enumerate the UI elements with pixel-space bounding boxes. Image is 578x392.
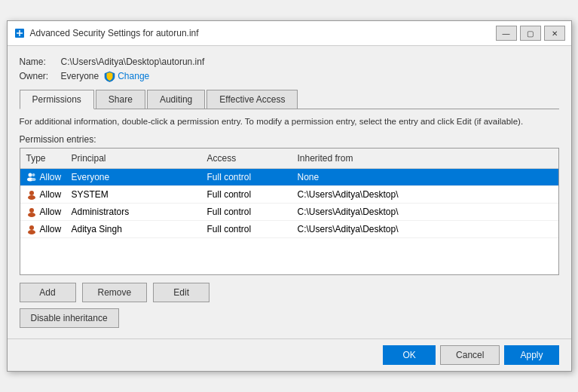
action-buttons: Add Remove Edit [20, 283, 559, 302]
name-label: Name: [20, 57, 61, 67]
tab-share[interactable]: Share [96, 90, 145, 109]
col-access: Access [201, 152, 292, 165]
tab-permissions[interactable]: Permissions [20, 90, 94, 109]
minimize-button[interactable]: — [496, 26, 517, 41]
uac-shield-icon [103, 70, 115, 82]
row3-principal: Administrators [66, 205, 201, 219]
dialog-content: Name: C:\Users\Aditya\Desktop\autorun.in… [8, 46, 571, 338]
col-principal: Principal [66, 152, 201, 165]
svg-point-3 [32, 173, 35, 176]
instructions-text: For additional information, double-click… [20, 115, 559, 127]
row4-type: Allow [20, 222, 66, 236]
row4-principal: Aditya Singh [66, 222, 201, 236]
svg-point-5 [29, 191, 34, 195]
remove-button[interactable]: Remove [82, 283, 148, 302]
owner-label: Owner: [20, 71, 61, 81]
svg-point-4 [31, 178, 35, 181]
disable-inheritance-button[interactable]: Disable inheritance [20, 308, 119, 328]
table-row[interactable]: Allow Administrators Full control C:\Use… [20, 204, 558, 221]
row4-inherited: C:\Users\Aditya\Desktop\ [292, 222, 558, 236]
row2-principal: SYSTEM [66, 188, 201, 201]
change-link[interactable]: Change [103, 70, 149, 82]
title-controls: — ▢ ✕ [496, 26, 565, 41]
row4-access: Full control [201, 222, 292, 236]
name-row: Name: C:\Users\Aditya\Desktop\autorun.in… [20, 57, 559, 67]
ok-button[interactable]: OK [383, 345, 436, 365]
col-inherited: Inherited from [292, 152, 558, 165]
row1-principal: Everyone [66, 170, 201, 184]
svg-point-10 [28, 230, 35, 234]
user-group-icon [26, 172, 37, 182]
close-button[interactable]: ✕ [544, 26, 565, 41]
col-type: Type [20, 152, 66, 165]
dialog-footer: OK Cancel Apply [8, 338, 571, 371]
window-icon [14, 27, 26, 39]
edit-button[interactable]: Edit [153, 283, 209, 302]
table-header: Type Principal Access Inherited from [20, 149, 558, 169]
maximize-button[interactable]: ▢ [520, 26, 541, 41]
row1-type: Allow [20, 170, 66, 184]
permissions-table: Type Principal Access Inherited from [20, 148, 559, 275]
row3-access: Full control [201, 205, 292, 219]
table-row[interactable]: Allow Aditya Singh Full control C:\Users… [20, 221, 558, 238]
permission-entries-label: Permission entries: [20, 134, 559, 145]
table-row[interactable]: Allow Everyone Full control None [20, 169, 558, 186]
row2-inherited: C:\Users\Aditya\Desktop\ [292, 188, 558, 201]
inheritance-button-row: Disable inheritance [20, 308, 559, 328]
user-icon [26, 224, 37, 234]
add-button[interactable]: Add [20, 283, 76, 302]
name-value: C:\Users\Aditya\Desktop\autorun.inf [61, 57, 205, 67]
svg-point-1 [28, 173, 32, 176]
row1-access: Full control [201, 170, 292, 184]
tab-auditing[interactable]: Auditing [147, 90, 205, 109]
owner-value: Everyone [61, 71, 99, 81]
change-label: Change [118, 71, 149, 81]
user-icon [26, 189, 37, 200]
title-bar-left: Advanced Security Settings for autorun.i… [14, 27, 199, 39]
row3-type: Allow [20, 205, 66, 219]
main-window: Advanced Security Settings for autorun.i… [7, 20, 572, 371]
title-bar: Advanced Security Settings for autorun.i… [8, 21, 571, 46]
row2-access: Full control [201, 188, 292, 201]
tabs-bar: Permissions Share Auditing Effective Acc… [20, 90, 559, 109]
window-title: Advanced Security Settings for autorun.i… [30, 28, 199, 38]
cancel-button[interactable]: Cancel [440, 345, 500, 365]
row2-type: Allow [20, 188, 66, 201]
apply-button[interactable]: Apply [504, 345, 558, 365]
row1-inherited: None [292, 170, 558, 184]
table-body: Allow Everyone Full control None [20, 169, 558, 274]
tab-effective-access[interactable]: Effective Access [206, 90, 298, 109]
svg-point-6 [28, 195, 35, 200]
svg-point-7 [29, 208, 34, 213]
table-row[interactable]: Allow SYSTEM Full control C:\Users\Adity… [20, 186, 558, 204]
svg-point-8 [28, 213, 35, 217]
user-icon [26, 207, 37, 217]
owner-row: Owner: Everyone Change [20, 70, 559, 82]
row3-inherited: C:\Users\Aditya\Desktop\ [292, 205, 558, 219]
svg-point-9 [29, 225, 34, 230]
